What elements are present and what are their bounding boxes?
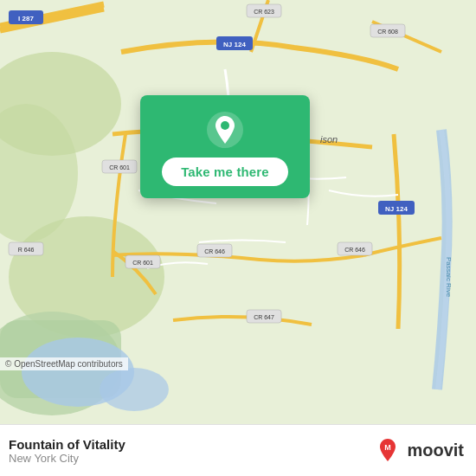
svg-text:CR 646: CR 646 — [344, 247, 365, 253]
svg-text:I 287: I 287 — [18, 15, 34, 23]
map-container: I 287 NJ 124 CR 623 CR 608 CR 601 NJ 124… — [0, 0, 476, 424]
svg-text:CR 623: CR 623 — [254, 9, 274, 15]
place-name: Fountain of Vitality — [9, 437, 125, 452]
place-location: New York City — [9, 452, 125, 465]
place-info: Fountain of Vitality New York City — [9, 437, 125, 465]
svg-text:CR 647: CR 647 — [254, 314, 274, 320]
location-card: Take me there — [140, 95, 310, 198]
bottom-bar: Fountain of Vitality New York City M moo… — [0, 424, 476, 476]
svg-text:CR 601: CR 601 — [109, 164, 130, 170]
moovit-logo-icon: M — [374, 437, 402, 465]
pin-icon — [206, 111, 244, 149]
map-attribution: © OpenStreetMap contributors — [0, 357, 128, 370]
svg-text:ison: ison — [320, 134, 338, 145]
moovit-logo[interactable]: M moovit — [374, 437, 464, 465]
svg-text:NJ 124: NJ 124 — [385, 205, 408, 213]
moovit-text: moovit — [407, 441, 464, 460]
svg-point-39 — [221, 121, 229, 130]
svg-text:M: M — [385, 443, 392, 452]
svg-text:NJ 124: NJ 124 — [223, 41, 246, 48]
svg-text:CR 608: CR 608 — [377, 29, 398, 35]
take-me-there-button[interactable]: Take me there — [162, 158, 288, 186]
svg-text:CR 646: CR 646 — [204, 248, 225, 254]
svg-text:Passaic Rive: Passaic Rive — [445, 257, 453, 298]
svg-text:CR 601: CR 601 — [132, 260, 153, 266]
svg-point-7 — [100, 368, 169, 411]
svg-text:R 646: R 646 — [18, 247, 35, 253]
